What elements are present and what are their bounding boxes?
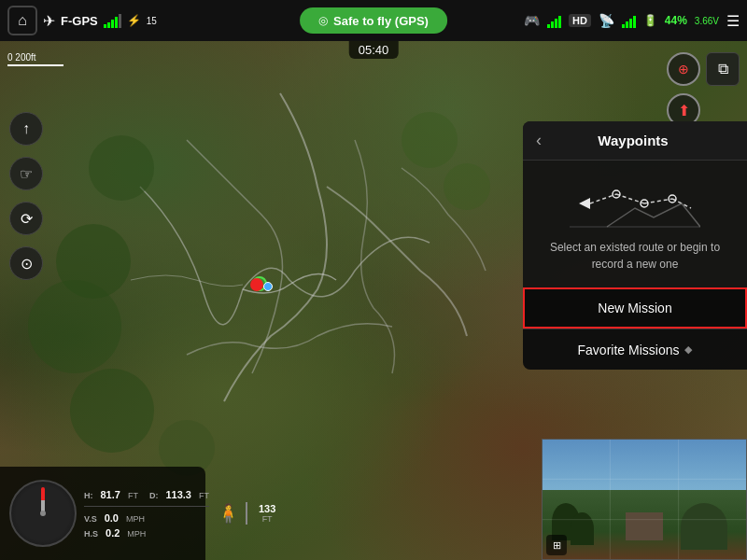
gesture-button[interactable]: ☞ [9, 157, 43, 190]
takeoff-button[interactable]: ↑ [9, 112, 43, 146]
remote-icon: 🎮 [524, 13, 540, 28]
vs-label: V.S [84, 514, 97, 524]
compass-north-icon: ⬆ [678, 102, 690, 119]
flight-data: H: 81.7 FT D: 113.3 FT V.S 0.0 MPH H.S 0… [84, 489, 209, 539]
battery-percent: 44% [665, 14, 687, 27]
safe-to-fly-label: Safe to fly (GPS) [333, 14, 429, 28]
camera-preview[interactable]: ⊞ [542, 439, 747, 560]
waypoints-desc-text: Select an existed route or begin to reco… [550, 241, 720, 271]
vs-unit: MPH [126, 514, 145, 524]
drone-icon: ✈ [43, 12, 55, 30]
hs-unit: MPH [127, 529, 146, 539]
vs-value: 0.0 [105, 512, 119, 524]
route-illustration [570, 175, 700, 231]
rc-signal [104, 13, 121, 28]
takeoff-icon: ↑ [22, 120, 30, 137]
waypoints-description: Select an existed route or begin to reco… [523, 239, 747, 287]
top-bar-right: 🎮 HD 📡 🔋 44% 3.66V ☰ [524, 12, 740, 30]
gps-name-label: F-GPS [61, 14, 98, 28]
waypoints-back-button[interactable]: ‹ [536, 131, 542, 150]
link-icon: ⚡ [127, 14, 141, 27]
waypoints-title: Waypoints [551, 133, 715, 148]
new-mission-button[interactable]: New Mission [523, 287, 747, 329]
timer-value: 05:40 [359, 43, 389, 57]
bottom-hud: H: 81.7 FT D: 113.3 FT V.S 0.0 MPH H.S 0… [0, 467, 205, 560]
speed-row: V.S 0.0 MPH [84, 512, 209, 524]
poi-button[interactable]: ⊙ [9, 246, 43, 280]
drone-signal: 📡 [599, 13, 614, 28]
camera-grid-overlay [543, 440, 746, 559]
alt-value: 133 [259, 503, 275, 514]
favorite-missions-label: Favorite Missions [578, 343, 680, 357]
h-unit: FT [128, 491, 138, 500]
compass-needle-white [41, 487, 45, 513]
scale-line [7, 64, 63, 66]
safe-to-fly-button[interactable]: ◎ Safe to fly (GPS) [300, 7, 447, 34]
poi-icon: ⊙ [21, 255, 33, 273]
diamond-icon: ◆ [684, 343, 692, 356]
orbit-icon: ⟳ [21, 210, 33, 228]
camera-feed [543, 440, 746, 559]
alt-unit: FT [262, 514, 273, 524]
h-label: H: [84, 491, 93, 500]
svg-marker-11 [579, 198, 590, 209]
camera-expand-button[interactable]: ⊞ [546, 535, 567, 555]
hs-label: H.S [84, 529, 98, 539]
compass-hud [9, 480, 77, 547]
waypoints-illustration [523, 161, 747, 239]
person-icon: 🧍 [217, 502, 247, 525]
signal-number: 15 [147, 16, 157, 26]
top-status-bar: ⌂ ✈ F-GPS ⚡ 15 ◎ Safe to fly (GPS) 🎮 HD … [0, 0, 747, 41]
hd-label: HD [569, 14, 591, 27]
altitude-row: H: 81.7 FT D: 113.3 FT [84, 489, 209, 500]
d-value: 113.3 [165, 489, 191, 500]
compass-center [40, 511, 46, 516]
home-button[interactable]: ⌂ [7, 6, 37, 35]
map-layers-button[interactable]: ⧉ [706, 52, 740, 86]
new-mission-label: New Mission [598, 301, 671, 315]
svg-point-3 [402, 112, 458, 168]
drone-signal-bars [622, 13, 636, 28]
alt-display: 133 FT [259, 503, 275, 524]
compass-icon: ⊕ [678, 62, 689, 77]
d-label: D: [149, 491, 159, 500]
menu-button[interactable]: ☰ [726, 12, 740, 30]
battery-voltage: 3.66V [695, 16, 719, 26]
home-point-dot [263, 282, 273, 291]
favorite-missions-button[interactable]: Favorite Missions ◆ [523, 329, 747, 370]
hs-row: H.S 0.2 MPH [84, 527, 209, 539]
layers-icon: ⧉ [718, 61, 728, 77]
waypoints-header: ‹ Waypoints [523, 121, 747, 161]
waypoints-panel: ‹ Waypoints Select an existed route or b… [523, 121, 747, 370]
battery-icon: 🔋 [643, 14, 657, 27]
video-signal [547, 13, 561, 28]
expand-icon: ⊞ [553, 539, 561, 552]
home-icon: ⌂ [18, 12, 27, 29]
gesture-icon: ☞ [20, 165, 33, 183]
h-value: 81.7 [101, 489, 120, 500]
altitude-section: 🧍 [217, 502, 247, 525]
orbit-button[interactable]: ⟳ [9, 202, 43, 235]
scale-bar: 0 200ft [7, 52, 63, 66]
svg-point-2 [89, 135, 154, 201]
compass-button[interactable]: ⊕ [667, 52, 700, 86]
d-unit: FT [199, 491, 209, 500]
svg-point-5 [70, 369, 154, 453]
drone-dot-red [250, 278, 263, 291]
back-icon: ‹ [536, 131, 542, 149]
svg-point-4 [444, 163, 490, 210]
scale-label: 0 200ft [7, 52, 36, 63]
left-toolbar: ↑ ☞ ⟳ ⊙ [9, 112, 43, 280]
hs-value: 0.2 [106, 527, 120, 539]
svg-point-1 [28, 280, 121, 373]
wifi-icon: ◎ [318, 14, 328, 27]
flight-timer: 05:40 [349, 41, 399, 59]
